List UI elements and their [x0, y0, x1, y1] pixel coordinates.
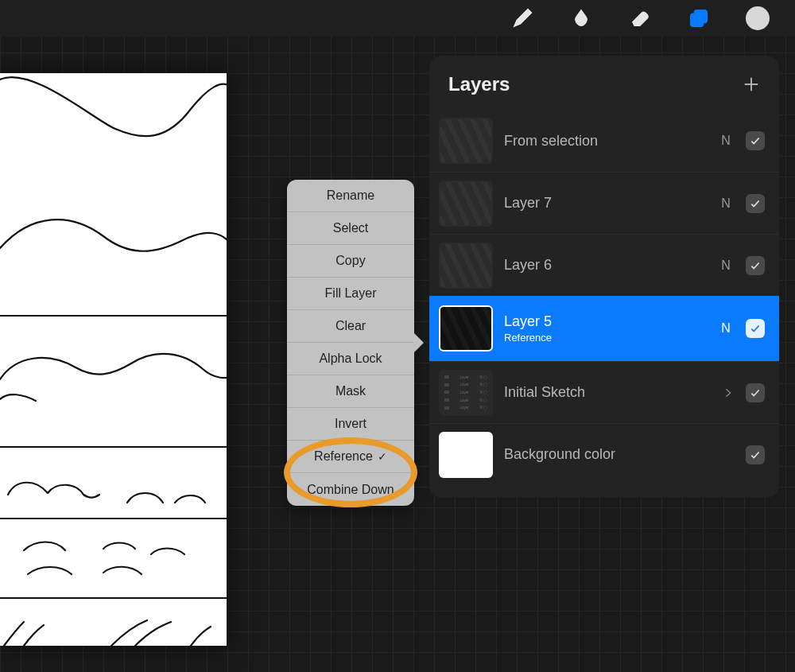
menu-item[interactable]: Copy	[287, 245, 414, 278]
brush-tool-icon[interactable]	[510, 6, 534, 30]
menu-item-label: Combine Down	[307, 483, 394, 497]
layer-subtitle: Reference	[504, 332, 706, 344]
layer-info: Background color	[504, 446, 706, 463]
layer-row[interactable]: Layer 7N	[429, 172, 779, 234]
layer-info: Layer 5Reference	[504, 313, 706, 344]
menu-item[interactable]: Invert	[287, 408, 414, 441]
menu-item-label: Mask	[335, 384, 366, 398]
layer-name-label: Background color	[504, 446, 706, 463]
menu-item-label: Copy	[335, 254, 365, 268]
layer-row[interactable]: LayerN ▢LayerN ▢LayerN ▢LayerN ▢LayerN ▢…	[429, 361, 779, 423]
layer-row[interactable]: From selectionN	[429, 110, 779, 172]
layer-thumbnail[interactable]	[439, 243, 493, 289]
color-picker-icon[interactable]	[746, 6, 770, 30]
layer-info: Layer 7	[504, 195, 706, 212]
eraser-tool-icon[interactable]	[628, 6, 652, 30]
menu-item-label: Alpha Lock	[319, 352, 382, 366]
add-layer-button[interactable]	[743, 76, 760, 93]
blend-mode-label[interactable]: N	[717, 196, 735, 211]
visibility-checkbox[interactable]	[746, 256, 765, 275]
layer-row[interactable]: Background color	[429, 423, 779, 485]
layer-info: Initial Sketch	[504, 384, 711, 401]
checkmark-icon: ✓	[378, 450, 387, 463]
layer-name-label: Layer 6	[504, 257, 706, 274]
layers-panel-header: Layers	[429, 56, 779, 110]
layer-row[interactable]: Layer 6N	[429, 234, 779, 296]
menu-item[interactable]: Fill Layer	[287, 278, 414, 310]
layer-context-menu: RenameSelectCopyFill LayerClearAlpha Loc…	[287, 180, 414, 506]
layer-thumbnail[interactable]	[439, 181, 493, 227]
menu-item[interactable]: Alpha Lock	[287, 343, 414, 375]
menu-item-label: Reference	[314, 449, 373, 464]
layers-panel: Layers From selectionNLayer 7NLayer 6NLa…	[429, 56, 779, 498]
layer-name-label: Initial Sketch	[504, 384, 711, 401]
blend-mode-label[interactable]: N	[717, 134, 735, 148]
menu-item[interactable]: Reference✓	[287, 441, 414, 473]
layer-thumbnail[interactable]	[439, 305, 493, 352]
layer-thumbnail[interactable]: LayerN ▢LayerN ▢LayerN ▢LayerN ▢LayerN ▢	[439, 370, 493, 416]
layer-row[interactable]: Layer 5ReferenceN	[429, 296, 779, 361]
visibility-checkbox[interactable]	[746, 194, 765, 213]
menu-item-label: Select	[333, 221, 368, 235]
menu-item-label: Rename	[327, 188, 374, 203]
artwork-canvas[interactable]	[0, 73, 227, 646]
chevron-right-icon[interactable]	[722, 386, 735, 399]
svg-rect-1	[694, 10, 707, 23]
layer-name-label: Layer 7	[504, 195, 706, 212]
visibility-checkbox[interactable]	[746, 383, 765, 402]
smudge-tool-icon[interactable]	[569, 6, 593, 30]
menu-item-label: Clear	[335, 319, 366, 333]
layer-thumbnail[interactable]	[439, 432, 493, 478]
layer-info: From selection	[504, 133, 706, 150]
menu-pointer-arrow	[414, 333, 424, 352]
layer-thumbnail[interactable]	[439, 118, 493, 164]
menu-item[interactable]: Mask	[287, 375, 414, 408]
menu-item[interactable]: Select	[287, 212, 414, 245]
layers-tool-icon[interactable]	[687, 6, 711, 30]
visibility-checkbox[interactable]	[746, 319, 765, 338]
menu-item-label: Invert	[335, 417, 366, 431]
menu-item[interactable]: Clear	[287, 310, 414, 343]
menu-item-label: Fill Layer	[325, 286, 377, 301]
blend-mode-label[interactable]: N	[717, 258, 735, 273]
visibility-checkbox[interactable]	[746, 131, 765, 150]
layer-info: Layer 6	[504, 257, 706, 274]
layer-name-label: Layer 5	[504, 313, 706, 330]
top-toolbar	[0, 0, 795, 37]
layer-name-label: From selection	[504, 133, 706, 150]
visibility-checkbox[interactable]	[746, 445, 765, 464]
menu-item[interactable]: Combine Down	[287, 473, 414, 506]
layers-list: From selectionNLayer 7NLayer 6NLayer 5Re…	[429, 110, 779, 485]
layers-panel-title: Layers	[448, 73, 510, 95]
blend-mode-label[interactable]: N	[717, 321, 735, 336]
menu-item[interactable]: Rename	[287, 180, 414, 212]
